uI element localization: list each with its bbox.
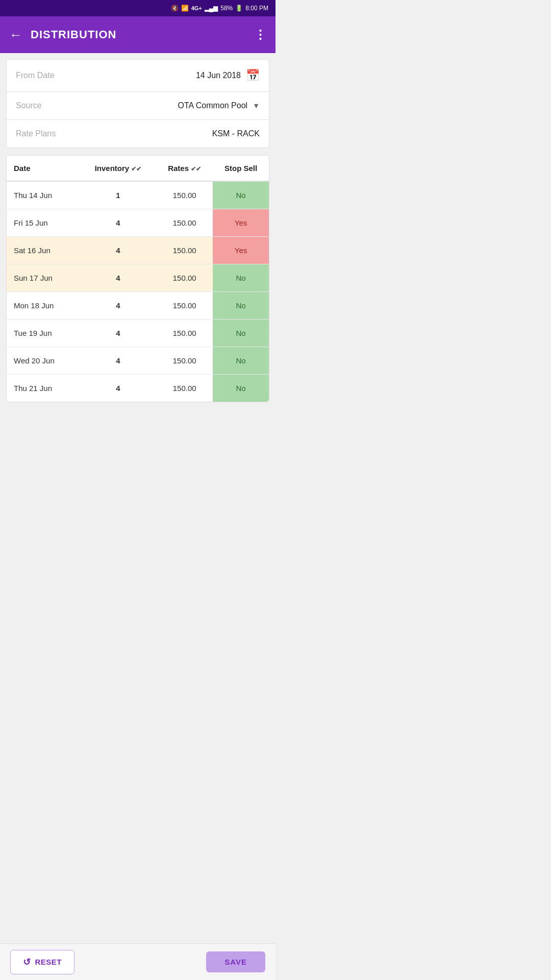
- cell-rates[interactable]: 150.00: [156, 375, 213, 402]
- cell-date: Wed 20 Jun: [7, 347, 80, 375]
- cell-inventory[interactable]: 4: [80, 375, 156, 402]
- cell-stop-sell[interactable]: No: [213, 264, 269, 292]
- cell-rates[interactable]: 150.00: [156, 209, 213, 237]
- rate-plans-label: Rate Plans: [16, 129, 212, 138]
- status-bar: 🔇 📶 4G+ ▂▄▆ 58% 🔋 8:00 PM: [0, 0, 276, 16]
- page-title: DISTRIBUTION: [31, 28, 246, 41]
- cell-rates[interactable]: 150.00: [156, 264, 213, 292]
- cell-stop-sell[interactable]: No: [213, 347, 269, 375]
- table-header-row: Date Inventory ✔✔ Rates ✔✔ Stop Sell: [7, 156, 269, 181]
- cell-inventory[interactable]: 4: [80, 264, 156, 292]
- cell-rates[interactable]: 150.00: [156, 320, 213, 347]
- status-icons: 🔇 📶 4G+ ▂▄▆ 58% 🔋 8:00 PM: [171, 5, 268, 12]
- col-header-stop-sell: Stop Sell: [213, 156, 269, 181]
- table-row[interactable]: Thu 21 Jun4150.00No: [7, 375, 269, 402]
- cell-date: Thu 21 Jun: [7, 375, 80, 402]
- cell-date: Sun 17 Jun: [7, 264, 80, 292]
- back-icon: ←: [9, 27, 22, 43]
- cell-inventory[interactable]: 4: [80, 209, 156, 237]
- col-header-rates[interactable]: Rates ✔✔: [156, 156, 213, 181]
- cell-stop-sell[interactable]: No: [213, 292, 269, 320]
- wifi-icon: 📶: [181, 5, 189, 12]
- cell-rates[interactable]: 150.00: [156, 237, 213, 264]
- cell-inventory[interactable]: 1: [80, 181, 156, 209]
- time-display: 8:00 PM: [245, 5, 268, 12]
- rates-sort-icon: ✔✔: [191, 165, 201, 173]
- top-app-bar: ← DISTRIBUTION ⋮: [0, 16, 276, 53]
- table-row[interactable]: Sat 16 Jun4150.00Yes: [7, 237, 269, 264]
- dropdown-arrow-icon: ▼: [253, 102, 260, 110]
- table-row[interactable]: Tue 19 Jun4150.00No: [7, 320, 269, 347]
- cell-rates[interactable]: 150.00: [156, 181, 213, 209]
- calendar-icon: 📅: [246, 69, 260, 82]
- cell-stop-sell[interactable]: No: [213, 320, 269, 347]
- source-label: Source: [16, 101, 178, 110]
- cell-stop-sell[interactable]: Yes: [213, 237, 269, 264]
- cell-stop-sell[interactable]: No: [213, 181, 269, 209]
- filter-card: From Date 14 Jun 2018 📅 Source OTA Commo…: [6, 59, 269, 148]
- table-row[interactable]: Wed 20 Jun4150.00No: [7, 347, 269, 375]
- table-row[interactable]: Fri 15 Jun4150.00Yes: [7, 209, 269, 237]
- table-row[interactable]: Thu 14 Jun1150.00No: [7, 181, 269, 209]
- cell-inventory[interactable]: 4: [80, 292, 156, 320]
- cell-date: Mon 18 Jun: [7, 292, 80, 320]
- col-header-date: Date: [7, 156, 80, 181]
- table-row[interactable]: Sun 17 Jun4150.00No: [7, 264, 269, 292]
- rate-plans-row[interactable]: Rate Plans KSM - RACK: [7, 120, 269, 148]
- signal-4g-icon: 4G+: [191, 5, 202, 11]
- cell-date: Thu 14 Jun: [7, 181, 80, 209]
- source-value: OTA Common Pool ▼: [178, 101, 260, 110]
- cell-inventory[interactable]: 4: [80, 320, 156, 347]
- table-row[interactable]: Mon 18 Jun4150.00No: [7, 292, 269, 320]
- cell-stop-sell[interactable]: No: [213, 375, 269, 402]
- rate-plans-value: KSM - RACK: [212, 129, 260, 138]
- col-header-inventory[interactable]: Inventory ✔✔: [80, 156, 156, 181]
- from-date-label: From Date: [16, 71, 196, 80]
- source-row[interactable]: Source OTA Common Pool ▼: [7, 92, 269, 120]
- data-table-container: Date Inventory ✔✔ Rates ✔✔ Stop Sell Thu…: [6, 155, 269, 402]
- more-options-icon: ⋮: [254, 28, 266, 42]
- cell-date: Sat 16 Jun: [7, 237, 80, 264]
- from-date-row[interactable]: From Date 14 Jun 2018 📅: [7, 60, 269, 92]
- battery-text: 58%: [220, 5, 233, 12]
- cell-inventory[interactable]: 4: [80, 237, 156, 264]
- menu-button[interactable]: ⋮: [254, 28, 266, 42]
- mute-icon: 🔇: [171, 5, 179, 12]
- cell-rates[interactable]: 150.00: [156, 292, 213, 320]
- cell-date: Tue 19 Jun: [7, 320, 80, 347]
- from-date-value: 14 Jun 2018 📅: [196, 69, 260, 82]
- back-button[interactable]: ←: [9, 27, 22, 43]
- cell-inventory[interactable]: 4: [80, 347, 156, 375]
- signal-bars-icon: ▂▄▆: [205, 5, 218, 12]
- cell-date: Fri 15 Jun: [7, 209, 80, 237]
- cell-rates[interactable]: 150.00: [156, 347, 213, 375]
- battery-icon: 🔋: [235, 5, 243, 12]
- cell-stop-sell[interactable]: Yes: [213, 209, 269, 237]
- distribution-table: Date Inventory ✔✔ Rates ✔✔ Stop Sell Thu…: [7, 156, 269, 402]
- inventory-sort-icon: ✔✔: [131, 165, 141, 173]
